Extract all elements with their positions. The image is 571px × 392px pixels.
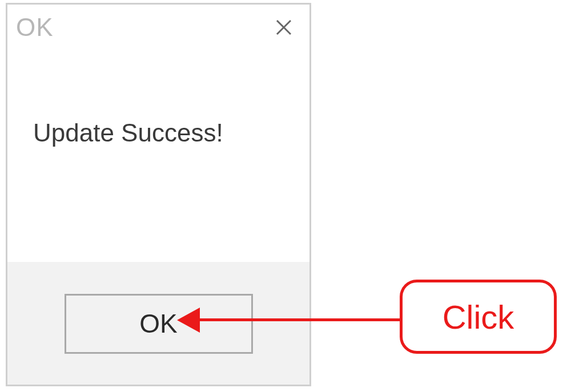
ok-button[interactable]: OK <box>65 294 253 354</box>
annotation-arrow-line <box>194 318 400 321</box>
message-dialog: OK Update Success! OK <box>6 3 311 386</box>
close-button[interactable] <box>267 10 301 45</box>
dialog-titlebar: OK <box>7 5 309 50</box>
annotation-callout: Click <box>400 280 557 354</box>
dialog-footer: OK <box>7 262 309 385</box>
dialog-message: Update Success! <box>33 119 287 147</box>
dialog-title: OK <box>16 13 54 42</box>
close-icon <box>274 17 294 38</box>
annotation-arrow-head-icon <box>177 308 200 333</box>
dialog-body: Update Success! <box>7 50 309 262</box>
annotation-label: Click <box>443 298 514 336</box>
